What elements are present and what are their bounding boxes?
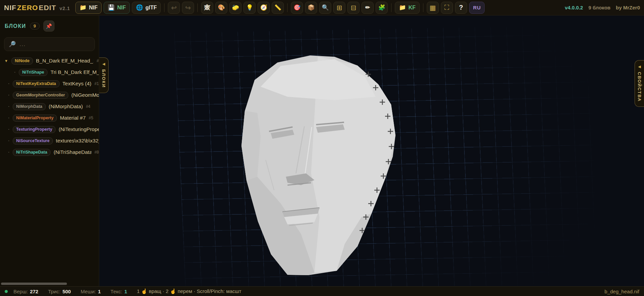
collapse-arrow-icon: ◀ bbox=[102, 62, 105, 66]
blocks-panel-header: БЛОКИ 9 📌 bbox=[0, 15, 99, 35]
tree-row-texturingproperty[interactable]: · TexturingProperty (NiTexturingProper bbox=[0, 124, 99, 135]
tree-row-ninode[interactable]: ▼ NiNode B_N_Dark Elf_M_Head_12 # bbox=[0, 55, 99, 67]
block-type-badge: NiMaterialProperty bbox=[13, 115, 57, 122]
matcap-button[interactable]: 🧽 bbox=[229, 2, 241, 14]
layout-grid-button[interactable]: ⊞ bbox=[333, 2, 345, 14]
undo-icon: ↩ bbox=[171, 4, 177, 12]
horizontal-scrollbar-thumb[interactable] bbox=[1, 283, 67, 285]
frames-icon: ▦ bbox=[429, 4, 436, 12]
open-filename: b_deg_head.nif bbox=[605, 289, 639, 294]
block-type-badge: TexturingProperty bbox=[13, 126, 55, 133]
plugins-button[interactable]: 🧩 bbox=[376, 2, 388, 14]
block-label: TextKeys (4) bbox=[63, 81, 91, 87]
bullet-icon: · bbox=[8, 115, 10, 121]
bullet-icon: · bbox=[8, 80, 10, 87]
layout-split-button[interactable]: ⊟ bbox=[347, 2, 359, 14]
save-nif-label: NIF bbox=[117, 5, 126, 11]
fullscreen-button[interactable]: ⛶ bbox=[441, 2, 453, 14]
block-label: Material #7 bbox=[60, 115, 86, 121]
pencil-icon: ✏ bbox=[365, 5, 370, 10]
mesh-count: Меши: 1 bbox=[81, 289, 101, 294]
export-gltf-button[interactable]: 🌐 glTF bbox=[132, 2, 161, 14]
save-nif-button[interactable]: 💾 NIF bbox=[104, 2, 130, 14]
top-toolbar: NIFZEROEDIT v2.1 📁 NIF 💾 NIF 🌐 glTF ↩ ↪ … bbox=[0, 0, 644, 15]
texture-count: Текс: 1 bbox=[111, 289, 127, 294]
bullet-icon: · bbox=[8, 126, 10, 133]
triangle-count: Трис: 500 bbox=[48, 289, 71, 294]
block-type-badge: NiNode bbox=[11, 57, 33, 65]
bullet-icon: · bbox=[8, 103, 10, 110]
open-kf-button[interactable]: 📁 KF bbox=[395, 2, 420, 14]
block-label: (NiTexturingProper bbox=[59, 126, 99, 132]
redo-button[interactable]: ↪ bbox=[182, 2, 194, 14]
block-type-badge: NiTriShapeData bbox=[13, 149, 50, 156]
fullscreen-icon: ⛶ bbox=[445, 4, 449, 11]
viewport-3d[interactable]: ◀ БЛОКИ bbox=[99, 15, 644, 286]
vertex-count-value: 272 bbox=[30, 289, 38, 294]
block-label: (NiGeomMorp bbox=[71, 92, 99, 98]
wireframe-button[interactable]: 🕸 bbox=[201, 2, 213, 14]
tree-row-nimaterialproperty[interactable]: · NiMaterialProperty Material #7 #5 bbox=[0, 112, 99, 124]
undo-button[interactable]: ↩ bbox=[168, 2, 180, 14]
block-count-label: 9 блоков bbox=[589, 5, 611, 10]
bounding-box-button[interactable]: 📦 bbox=[305, 2, 317, 14]
vertex-count-label: Верш: bbox=[13, 289, 28, 294]
blocks-panel: БЛОКИ 9 📌 🔎 ▼ NiNode B_N_Dark Elf_M_Head… bbox=[0, 15, 99, 286]
pushpin-icon: 📌 bbox=[46, 23, 52, 29]
help-button[interactable]: ? bbox=[455, 2, 467, 14]
frames-button[interactable]: ▦ bbox=[427, 2, 439, 14]
block-label: B_N_Dark Elf_M_Head_12 bbox=[36, 58, 94, 64]
block-type-badge: GeomMorpherController bbox=[13, 92, 68, 99]
tree-row-nitrishape[interactable]: · NiTriShape Tri B_N_Dark Elf_M_H bbox=[0, 67, 99, 78]
status-bar: Верш: 272 Трис: 500 Меши: 1 Текс: 1 1 ☝ … bbox=[0, 286, 644, 296]
blocks-panel-title: БЛОКИ bbox=[5, 23, 26, 29]
block-index: #8 bbox=[94, 150, 99, 155]
language-button[interactable]: RU bbox=[469, 2, 485, 14]
inspect-button[interactable]: 🔍 bbox=[319, 2, 331, 14]
blocks-collapse-tab[interactable]: ◀ БЛОКИ bbox=[99, 57, 109, 93]
tree-row-geommorphercontroller[interactable]: · GeomMorpherController (NiGeomMorp bbox=[0, 89, 99, 101]
bullet-icon: · bbox=[14, 69, 16, 76]
split-window-icon: ⊟ bbox=[351, 4, 356, 12]
app-title: NIFZEROEDIT v2.1 bbox=[4, 4, 70, 12]
puzzle-icon: 🧩 bbox=[378, 5, 385, 10]
texture-count-value: 1 bbox=[124, 289, 127, 294]
toolbar-separator bbox=[287, 3, 288, 12]
tree-row-nitrishapedata[interactable]: · NiTriShapeData (NiTriShapeData) #8 bbox=[0, 146, 99, 158]
orientation-button[interactable]: 🧭 bbox=[258, 2, 270, 14]
block-type-badge: NiTriShape bbox=[19, 69, 47, 76]
pin-panel-button[interactable]: 📌 bbox=[43, 20, 54, 32]
open-nif-button[interactable]: 📁 NIF bbox=[75, 2, 102, 14]
tree-row-nitextkeyextradata[interactable]: · NiTextKeyExtraData TextKeys (4) #1 bbox=[0, 78, 99, 89]
texture-count-label: Текс: bbox=[111, 289, 122, 294]
globe-icon: 🌐 bbox=[136, 5, 143, 10]
open-kf-label: KF bbox=[408, 5, 415, 11]
folder-icon: 📁 bbox=[399, 5, 406, 10]
measure-button[interactable]: 📏 bbox=[272, 2, 284, 14]
mesh-count-value: 1 bbox=[98, 289, 101, 294]
block-tree: ▼ NiNode B_N_Dark Elf_M_Head_12 # · NiTr… bbox=[0, 55, 99, 158]
tree-row-nimorphdata[interactable]: · NiMorphData (NiMorphData) #4 bbox=[0, 101, 99, 112]
folder-icon: 📁 bbox=[79, 5, 86, 10]
main-area: БЛОКИ 9 📌 🔎 ▼ NiNode B_N_Dark Elf_M_Head… bbox=[0, 15, 644, 286]
properties-collapse-tab[interactable]: ◀ СВОЙСТВА bbox=[635, 60, 644, 107]
app-title-nif: NIF bbox=[4, 4, 16, 12]
tree-row-nisourcetexture[interactable]: · NiSourceTexture textures\x32\b\x32_ bbox=[0, 135, 99, 146]
block-index: #1 bbox=[94, 81, 99, 86]
focus-button[interactable]: 🎯 bbox=[291, 2, 303, 14]
blocks-count-badge: 9 bbox=[30, 23, 40, 30]
search-icon: 🔎 bbox=[9, 41, 16, 48]
ruler-icon: 📏 bbox=[274, 5, 281, 10]
block-label: Tri B_N_Dark Elf_M_H bbox=[50, 69, 99, 75]
edit-button[interactable]: ✏ bbox=[362, 2, 374, 14]
block-search-input[interactable] bbox=[20, 41, 90, 47]
magnifier-icon: 🔍 bbox=[322, 5, 329, 10]
gesture-hint: 1 ☝ вращ · 2 ☝ перем · Scroll/Pinch: мас… bbox=[137, 288, 241, 294]
block-index: #4 bbox=[86, 104, 90, 109]
block-index: #5 bbox=[89, 116, 93, 120]
head-model bbox=[99, 15, 644, 286]
block-type-badge: NiMorphData bbox=[13, 103, 46, 110]
materials-button[interactable]: 🎨 bbox=[215, 2, 227, 14]
block-search-box: 🔎 bbox=[4, 37, 95, 51]
lighting-button[interactable]: 💡 bbox=[243, 2, 256, 14]
